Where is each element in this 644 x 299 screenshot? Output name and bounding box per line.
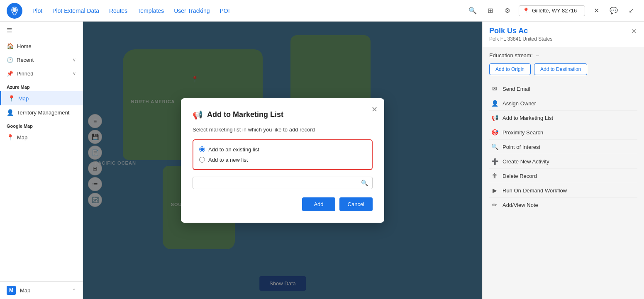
- search-icon[interactable]: 🔍: [466, 5, 479, 17]
- top-navigation: Plot Plot External Data Routes Templates…: [0, 0, 644, 22]
- sidebar-item-home[interactable]: 🏠 Home: [0, 39, 83, 53]
- radio-new-input[interactable]: [199, 157, 205, 163]
- nav-right: 🔍 ⊞ ⚙ 📍 Gillette, WY 82716 ✕ 💬 ⤢: [466, 5, 637, 17]
- marketing-list-icon: 📢: [491, 114, 498, 121]
- create-activity-icon: ➕: [491, 158, 498, 165]
- sidebar-bottom-map[interactable]: M Map ⌃: [0, 282, 83, 299]
- sidebar-bottom-label: Map: [20, 287, 30, 294]
- sidebar-menu-toggle[interactable]: ☰: [0, 22, 83, 39]
- layers-icon[interactable]: ⊞: [484, 5, 496, 17]
- add-to-origin-button[interactable]: Add to Origin: [489, 63, 531, 75]
- create-activity-label: Create New Activity: [503, 158, 549, 165]
- right-panel-title-group: Polk Us Ac Polk FL 33841 United States: [489, 27, 552, 42]
- recent-icon: 🕐: [7, 57, 13, 63]
- google-map-icon: 📍: [7, 134, 14, 141]
- delete-icon: 🗑: [491, 173, 498, 179]
- send-email-label: Send Email: [503, 86, 530, 92]
- sidebar-item-google-map[interactable]: 📍 Map: [0, 130, 83, 144]
- action-create-activity[interactable]: ➕ Create New Activity: [489, 154, 637, 169]
- sidebar-item-territory-management[interactable]: 👤 Territory Management: [0, 105, 83, 119]
- recent-expand-icon: ∨: [73, 57, 76, 63]
- nav-plot-external[interactable]: Plot External Data: [52, 7, 99, 14]
- nav-templates[interactable]: Templates: [137, 7, 164, 14]
- radio-existing-input[interactable]: [199, 146, 205, 152]
- search-icon: 🔍: [361, 180, 368, 186]
- assign-owner-label: Assign Owner: [503, 100, 536, 107]
- modal-overlay: 📢 Add to Marketing List ✕ Select marketi…: [83, 22, 482, 299]
- sidebar-gmap-label: Map: [17, 134, 27, 141]
- search-input[interactable]: [197, 180, 361, 186]
- note-label: Add/View Note: [503, 202, 538, 208]
- sidebar-home-label: Home: [17, 43, 32, 49]
- education-value: –: [536, 52, 539, 58]
- radio-new-list[interactable]: Add to a new list: [199, 155, 366, 165]
- action-delete-record[interactable]: 🗑 Delete Record: [489, 169, 637, 183]
- close-icon[interactable]: ✕: [590, 5, 603, 17]
- modal-actions: Add Cancel: [193, 197, 373, 211]
- settings-icon[interactable]: ⚙: [501, 5, 514, 17]
- note-icon: ✏: [491, 202, 498, 208]
- poi-label: Point of Interest: [503, 144, 540, 150]
- action-point-of-interest[interactable]: 🔍 Point of Interest: [489, 140, 637, 154]
- sidebar-map-label: Map: [18, 95, 29, 102]
- sidebar-item-recent[interactable]: 🕐 Recent ∨: [0, 53, 83, 67]
- map-pin-icon: 📍: [8, 95, 15, 102]
- radio-new-label: Add to a new list: [208, 157, 248, 163]
- sidebar-pinned-label: Pinned: [17, 70, 33, 77]
- nav-routes[interactable]: Routes: [109, 7, 127, 14]
- hamburger-icon: ☰: [7, 27, 12, 34]
- main-layout: ☰ 🏠 Home 🕐 Recent ∨ 📌 Pinned ∨ Azure Map…: [0, 22, 644, 299]
- location-text: Gillette, WY 82716: [532, 7, 577, 14]
- nav-plot[interactable]: Plot: [32, 7, 42, 14]
- education-label: Education stream:: [489, 52, 533, 58]
- modal-title: Add to Marketing List: [207, 110, 283, 119]
- add-marketing-list-modal: 📢 Add to Marketing List ✕ Select marketi…: [181, 98, 384, 223]
- location-bar[interactable]: 📍 Gillette, WY 82716: [519, 5, 585, 16]
- app-logo: [7, 3, 22, 19]
- right-panel-content: Education stream: – Add to Origin Add to…: [483, 47, 644, 217]
- google-map-section: Google Map: [0, 119, 83, 130]
- add-button[interactable]: Add: [302, 197, 335, 211]
- radio-existing-label: Add to an existing list: [208, 146, 259, 153]
- action-add-view-note[interactable]: ✏ Add/View Note: [489, 198, 637, 212]
- add-to-destination-button[interactable]: Add to Destination: [534, 63, 587, 75]
- marketing-list-label: Add to Marketing List: [503, 115, 553, 121]
- action-assign-owner[interactable]: 👤 Assign Owner: [489, 96, 637, 111]
- home-icon: 🏠: [7, 43, 14, 49]
- sidebar-item-map[interactable]: 📍 Map: [0, 91, 83, 105]
- nav-poi[interactable]: POI: [220, 7, 230, 14]
- expand-icon[interactable]: ⤢: [625, 5, 637, 17]
- territory-icon: 👤: [7, 109, 14, 116]
- action-send-email[interactable]: ✉ Send Email: [489, 82, 637, 96]
- right-panel-subtitle: Polk FL 33841 United States: [489, 36, 552, 42]
- education-row: Education stream: –: [489, 52, 637, 58]
- modal-header: 📢 Add to Marketing List: [193, 110, 373, 120]
- cancel-button[interactable]: Cancel: [339, 197, 373, 211]
- sidebar-bottom: M Map ⌃: [0, 281, 83, 299]
- sidebar-item-pinned[interactable]: 📌 Pinned ∨: [0, 67, 83, 80]
- sidebar-territory-label: Territory Management: [17, 109, 69, 116]
- modal-megaphone-icon: 📢: [193, 110, 203, 120]
- action-marketing-list[interactable]: 📢 Add to Marketing List: [489, 111, 637, 125]
- pinned-expand-icon: ∨: [73, 71, 76, 76]
- modal-close-button[interactable]: ✕: [371, 105, 378, 114]
- assign-owner-icon: 👤: [491, 100, 498, 107]
- right-panel-header: Polk Us Ac Polk FL 33841 United States ✕: [483, 22, 644, 47]
- right-panel-close-button[interactable]: ✕: [630, 27, 637, 36]
- chat-icon[interactable]: 💬: [607, 5, 620, 17]
- nav-user-tracking[interactable]: User Tracking: [174, 7, 210, 14]
- email-icon: ✉: [491, 85, 498, 92]
- location-icon: 📍: [522, 7, 529, 14]
- workflow-label: Run On-Demand Workflow: [503, 187, 567, 194]
- poi-icon: 🔍: [491, 143, 498, 150]
- nav-links: Plot Plot External Data Routes Templates…: [32, 7, 456, 14]
- azure-map-section: Azure Map: [0, 80, 83, 91]
- pinned-icon: 📌: [7, 70, 13, 77]
- action-proximity-search[interactable]: 🎯 Proximity Search: [489, 125, 637, 140]
- search-input-row: 🔍: [193, 177, 373, 189]
- action-run-workflow[interactable]: ▶ Run On-Demand Workflow: [489, 183, 637, 198]
- delete-label: Delete Record: [503, 173, 537, 179]
- radio-existing-list[interactable]: Add to an existing list: [199, 144, 366, 155]
- origin-destination-buttons: Add to Origin Add to Destination: [489, 63, 637, 75]
- action-list: ✉ Send Email 👤 Assign Owner 📢 Add to Mar…: [489, 82, 637, 212]
